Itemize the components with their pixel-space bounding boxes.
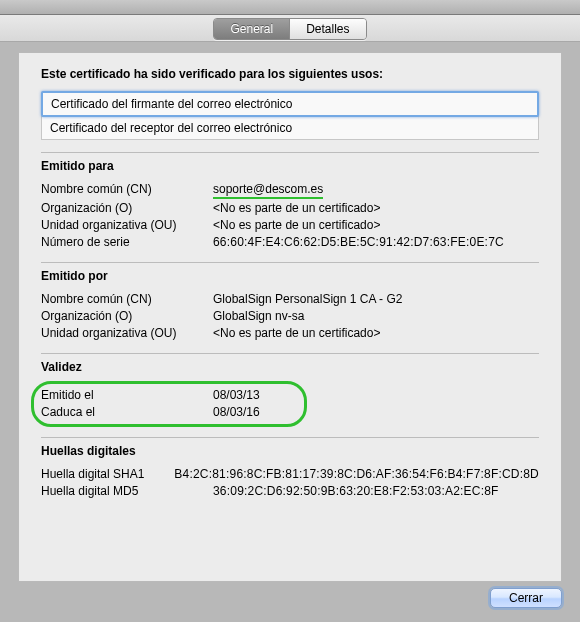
- divider: [41, 262, 539, 263]
- issuer-ou-label: Unidad organizativa (OU): [41, 325, 213, 341]
- expires-on-value: 08/03/16: [213, 404, 533, 420]
- usage-receiver[interactable]: Certificado del receptor del correo elec…: [41, 116, 539, 140]
- issuer-ou-value: <No es parte de un certificado>: [213, 325, 539, 341]
- o-value: <No es parte de un certificado>: [213, 200, 539, 216]
- serial-label: Número de serie: [41, 234, 213, 250]
- validity-group: Emitido el08/03/13 Caduca el08/03/16: [35, 382, 539, 425]
- fingerprints-title: Huellas digitales: [41, 444, 539, 458]
- cn-value: soporte@descom.es: [213, 181, 323, 199]
- issued-by-title: Emitido por: [41, 269, 539, 283]
- tab-general[interactable]: General: [214, 19, 290, 39]
- md5-label: Huella digital MD5: [41, 483, 213, 499]
- tab-bar: General Detalles: [0, 15, 580, 42]
- certificate-panel: Este certificado ha sido verificado para…: [18, 52, 562, 582]
- divider: [41, 152, 539, 153]
- divider: [41, 437, 539, 438]
- sha1-value: B4:2C:81:96:8C:FB:81:17:39:8C:D6:AF:36:5…: [174, 466, 539, 482]
- issued-to-title: Emitido para: [41, 159, 539, 173]
- divider: [41, 353, 539, 354]
- md5-value: 36:09:2C:D6:92:50:9B:63:20:E8:F2:53:03:A…: [213, 483, 539, 499]
- issuer-cn-label: Nombre común (CN): [41, 291, 213, 307]
- serial-value: 66:60:4F:E4:C6:62:D5:BE:5C:91:42:D7:63:F…: [213, 234, 539, 250]
- verified-heading: Este certificado ha sido verificado para…: [41, 67, 539, 81]
- issued-on-label: Emitido el: [41, 387, 213, 403]
- window-toolbar: [0, 0, 580, 15]
- o-label: Organización (O): [41, 200, 213, 216]
- cn-label: Nombre común (CN): [41, 181, 213, 199]
- sha1-label: Huella digital SHA1: [41, 466, 174, 482]
- issuer-o-label: Organización (O): [41, 308, 213, 324]
- issued-on-value: 08/03/13: [213, 387, 533, 403]
- validity-title: Validez: [41, 360, 539, 374]
- tab-strip: General Detalles: [213, 18, 366, 40]
- ou-label: Unidad organizativa (OU): [41, 217, 213, 233]
- close-button[interactable]: Cerrar: [490, 588, 562, 608]
- tab-details[interactable]: Detalles: [290, 19, 365, 39]
- footer: Cerrar: [490, 588, 562, 608]
- issuer-o-value: GlobalSign nv-sa: [213, 308, 539, 324]
- usage-signer[interactable]: Certificado del firmante del correo elec…: [41, 91, 539, 117]
- expires-on-label: Caduca el: [41, 404, 213, 420]
- ou-value: <No es parte de un certificado>: [213, 217, 539, 233]
- issuer-cn-value: GlobalSign PersonalSign 1 CA - G2: [213, 291, 539, 307]
